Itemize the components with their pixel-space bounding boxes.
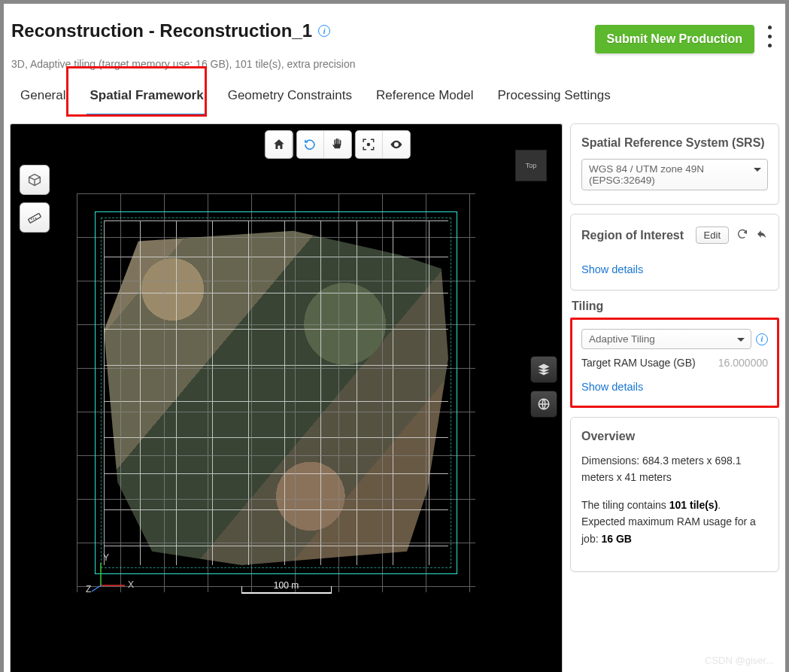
roi-reset-button[interactable] — [736, 228, 748, 243]
axis-x-label: X — [128, 579, 134, 590]
tiling-card-wrapper: Tiling Adaptive Tiling i Target RAM Usag… — [570, 300, 779, 408]
orbit-button[interactable] — [296, 131, 323, 158]
visibility-button[interactable] — [382, 131, 409, 158]
page-subtitle: 3D, Adaptive tiling (target memory use: … — [11, 58, 785, 70]
ruler-icon — [26, 209, 43, 226]
pan-button[interactable] — [323, 131, 350, 158]
tab-general[interactable]: General — [17, 84, 68, 116]
roi-show-details-link[interactable]: Show details — [581, 263, 643, 275]
orbit-icon — [303, 138, 317, 151]
overview-heading: Overview — [581, 430, 768, 443]
tiling-show-details-link[interactable]: Show details — [581, 381, 643, 393]
tab-geometry-constraints[interactable]: Geometry Constraints — [225, 84, 355, 116]
right-panel: Spatial Reference System (SRS) WGS 84 / … — [570, 123, 779, 672]
layers-icon — [537, 363, 551, 376]
header: Reconstruction - Reconstruction_1 i Subm… — [4, 4, 785, 53]
basemap-button[interactable] — [530, 391, 557, 418]
tile-grid-canvas — [77, 193, 475, 592]
overview-card: Overview Dimensions: 684.3 meters x 698.… — [570, 417, 779, 572]
roi-boundary-inner — [101, 217, 451, 568]
right-tools — [530, 356, 557, 418]
focus-button[interactable] — [355, 131, 382, 158]
tiling-ram-label: Target RAM Usage (GB) — [581, 357, 696, 369]
home-icon — [272, 138, 285, 151]
layers-button[interactable] — [530, 356, 557, 383]
srs-card: Spatial Reference System (SRS) WGS 84 / … — [570, 123, 779, 205]
roi-card: Region of Interest Edit Show details — [570, 214, 779, 290]
tiling-mode-select[interactable]: Adaptive Tiling — [581, 329, 751, 349]
axis-y-label: Y — [103, 552, 109, 563]
tiling-heading: Tiling — [572, 300, 779, 313]
bounding-box-button[interactable] — [20, 165, 50, 195]
more-menu-button[interactable] — [768, 26, 772, 53]
svg-line-5 — [92, 585, 101, 591]
undo-icon — [756, 228, 768, 240]
scale-label: 100 m — [274, 580, 299, 591]
tab-reference-model[interactable]: Reference Model — [373, 84, 476, 116]
info-icon[interactable]: i — [318, 25, 330, 37]
tiling-ram-value[interactable]: 16.000000 — [718, 357, 768, 369]
scale-bar: 100 m — [241, 580, 332, 594]
tiling-mode-value: Adaptive Tiling — [589, 333, 655, 345]
tiling-info-icon[interactable]: i — [756, 333, 768, 345]
viewport-3d[interactable]: Top — [10, 123, 563, 672]
srs-value: WGS 84 / UTM zone 49N (EPSG:32649) — [589, 163, 704, 186]
axes-gizmo: X Y Z — [92, 558, 134, 595]
srs-heading: Spatial Reference System (SRS) — [581, 136, 768, 150]
roi-heading: Region of Interest — [581, 229, 684, 242]
globe-icon — [537, 397, 551, 411]
annotation-highlight-tiling: Adaptive Tiling i Target RAM Usage (GB) … — [570, 318, 779, 408]
svg-rect-1 — [28, 213, 41, 223]
roi-undo-button[interactable] — [756, 228, 768, 243]
roi-edit-button[interactable]: Edit — [696, 227, 729, 244]
tab-spatial-framework[interactable]: Spatial Framework — [86, 84, 206, 116]
orientation-badge[interactable]: Top — [515, 150, 547, 181]
hand-icon — [330, 138, 344, 151]
tab-processing-settings[interactable]: Processing Settings — [494, 84, 613, 116]
measure-button[interactable] — [20, 202, 50, 233]
eye-icon — [389, 138, 402, 151]
overview-dimensions: Dimensions: 684.3 meters x 698.1 meters … — [581, 452, 768, 486]
watermark: CSDN @giser... — [705, 655, 774, 666]
page-title: Reconstruction - Reconstruction_1 — [11, 20, 312, 41]
svg-point-0 — [367, 143, 371, 147]
cube-icon — [26, 172, 43, 188]
refresh-icon — [736, 228, 748, 240]
overview-tiling-line: The tiling contains 101 tile(s). Expecte… — [581, 497, 768, 547]
submit-new-production-button[interactable]: Submit New Production — [595, 25, 754, 53]
srs-select[interactable]: WGS 84 / UTM zone 49N (EPSG:32649) — [581, 159, 768, 190]
viewport-toolbar — [264, 130, 410, 159]
tabs: General Spatial Framework Geometry Const… — [4, 70, 785, 116]
left-tools — [20, 165, 50, 233]
focus-icon — [362, 138, 375, 151]
axis-z-label: Z — [86, 584, 91, 594]
home-view-button[interactable] — [265, 131, 292, 158]
